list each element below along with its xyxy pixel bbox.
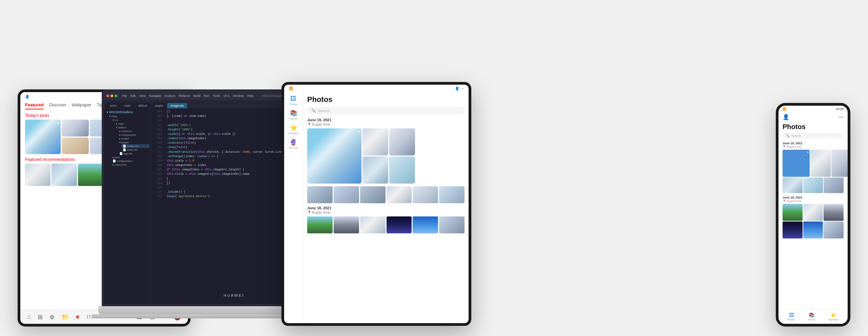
pr-row2-p3[interactable] (824, 204, 844, 221)
menu-run[interactable]: Run (204, 94, 210, 98)
tl-row2-photo4[interactable] (387, 216, 412, 233)
tab-image-ets[interactable]: image.ets (167, 103, 187, 108)
tl-photo5[interactable] (389, 156, 415, 184)
menu-navigate[interactable]: Navigate (149, 94, 161, 98)
pr-row3-p1[interactable] (783, 222, 803, 238)
tab-default[interactable]: default (135, 103, 151, 108)
src-folder[interactable]: ▾ src (111, 118, 150, 122)
menu-tools[interactable]: Tools (213, 94, 220, 98)
menu-analyze[interactable]: Analyze (164, 94, 175, 98)
pr-loc2-text: Bogda Peak (787, 200, 802, 203)
resources-folder[interactable]: ▸ resources (111, 163, 150, 167)
window-controls (106, 94, 117, 97)
index-ets-file[interactable]: 📄 index.ets (121, 148, 150, 152)
tl-row2-photo5[interactable] (413, 216, 438, 233)
tl-row1-photo3[interactable] (360, 186, 386, 203)
tl-row2-photo2[interactable] (334, 216, 359, 233)
tab-wallpaper[interactable]: Wallpaper (72, 102, 91, 109)
rec-photo1[interactable] (25, 164, 51, 186)
image-ets-file[interactable]: 📄 image.ets (121, 144, 150, 148)
tab-featured[interactable]: Featured (25, 102, 44, 109)
tl-photo-main1[interactable]: ♥ (307, 128, 361, 184)
photo-mountain1[interactable] (62, 120, 89, 136)
tl-photo2[interactable] (362, 128, 388, 155)
tl-row2-photo1[interactable] (307, 216, 333, 233)
pr-row1 (778, 177, 848, 194)
tl-search-bar[interactable]: 🔍 Search (307, 107, 465, 114)
menu-vcs[interactable]: VCS (223, 94, 230, 98)
ide-editor[interactable]: 108 }} 109 }, (item) => item.name) 110 1… (151, 108, 290, 304)
pr-search[interactable]: 🔍 Search (783, 133, 844, 139)
pr-albums-icon: 📚 (809, 312, 814, 318)
tl-photo-row2 (307, 216, 465, 233)
tl-photo-row1 (307, 186, 465, 203)
tl-row2-photo6[interactable] (439, 216, 465, 233)
files-icon[interactable]: 📁 (61, 313, 69, 321)
pr-row2-p1[interactable] (783, 204, 803, 221)
pr-row3-p2[interactable] (803, 222, 823, 238)
pr-bottom-highlights[interactable]: ⭐ Highlights (828, 312, 839, 321)
model-folder[interactable]: ▸ model (118, 137, 150, 141)
menu-refactor[interactable]: Refactor (179, 94, 190, 98)
minimize-dot[interactable] (111, 94, 113, 97)
pr-bottom-photos[interactable]: 🖼 Photos (788, 312, 795, 321)
tab-pages[interactable]: pages (152, 103, 167, 108)
entry-folder[interactable]: ▾ entry (108, 114, 150, 118)
rec-photo2[interactable] (52, 164, 77, 186)
menu-build[interactable]: Build (194, 94, 200, 98)
apps-icon[interactable]: ⊕ (50, 313, 55, 321)
config-file[interactable]: 📄 configuration (111, 159, 150, 163)
heart-icon[interactable]: ♥ (57, 121, 59, 125)
sidebar-albums[interactable]: 📚 Albums (290, 109, 297, 120)
close-dot[interactable] (106, 94, 109, 97)
common-folder[interactable]: ▸ common (118, 129, 150, 133)
tl-row1-photo1[interactable] (307, 186, 333, 203)
pr-bottom-albums[interactable]: 📚 Albums (808, 312, 815, 321)
fan-icon[interactable]: ✾ (76, 314, 80, 320)
pr-row1-p1[interactable] (783, 177, 803, 193)
menu-view[interactable]: View (139, 94, 145, 98)
menu-edit[interactable]: Edit (131, 94, 136, 98)
sidebar-discover[interactable]: 🔮 Discover (289, 139, 298, 149)
main-folder[interactable]: ▸ main (115, 122, 150, 126)
maximize-dot[interactable] (115, 94, 117, 97)
tab-entry[interactable]: entry (106, 103, 120, 108)
sidebar-highlights[interactable]: ⭐ Highlights (288, 124, 299, 134)
tl-photo3[interactable] (389, 128, 415, 155)
rec-photo3[interactable] (78, 164, 103, 186)
tl-row1-photo6[interactable] (439, 186, 465, 203)
tl-photo4[interactable] (362, 156, 388, 184)
tl-row1-photo4[interactable] (387, 186, 412, 203)
sidebar-photos[interactable]: 🖼 Photos (290, 95, 297, 105)
default-folder[interactable]: ▾ default (115, 126, 150, 129)
pages-folder[interactable]: ▾ pages (118, 141, 150, 144)
photo-snowboard-large[interactable]: ♥ (25, 120, 61, 154)
menu-file[interactable]: File (122, 94, 127, 98)
pr-row2-p2[interactable] (803, 204, 823, 221)
pr-row3-p3[interactable] (824, 222, 844, 238)
tl-row1-photo2[interactable] (334, 186, 359, 203)
recent-icon[interactable]: ⊞ (38, 313, 43, 321)
tab-discover[interactable]: Discover (49, 102, 66, 109)
tab-main[interactable]: main (121, 103, 134, 108)
heart-icon[interactable]: ♥ (358, 130, 360, 133)
java-folder[interactable]: ▸ java (111, 155, 150, 159)
menu-help[interactable]: Help (247, 94, 254, 98)
tl-row1-photo5[interactable] (413, 186, 438, 203)
pr-photo2[interactable] (810, 150, 831, 177)
pr-photo-main1[interactable]: ♥ (783, 150, 810, 177)
photo-mountain5[interactable] (62, 138, 89, 154)
home-icon[interactable]: ⌂ (27, 313, 31, 320)
tl-row2-photo3[interactable] (360, 216, 386, 233)
tl-location1: 📍 Bogda Peak (307, 123, 465, 126)
albums-icon: 📚 (290, 109, 297, 117)
app-ets-file[interactable]: 📄 app.ets (118, 152, 150, 155)
menu-window[interactable]: Window (233, 94, 244, 98)
pr-status-right: 08:08 (836, 107, 844, 111)
pr-photo3[interactable] (831, 150, 850, 177)
tl-search-placeholder: Search (318, 109, 330, 113)
pr-heart-icon[interactable]: ♥ (807, 151, 809, 154)
components-folder[interactable]: ▸ components (118, 133, 150, 137)
pr-row1-p3[interactable] (824, 177, 844, 193)
pr-row1-p2[interactable] (803, 177, 823, 193)
